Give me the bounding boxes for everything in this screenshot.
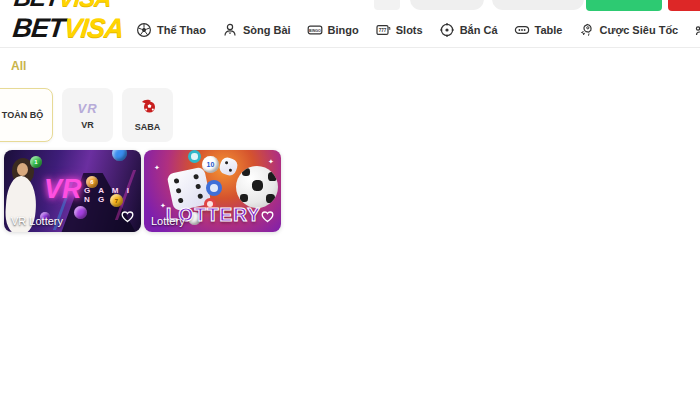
game-title: Lottery (151, 215, 185, 227)
lottery-ball-10: 10 (202, 156, 219, 173)
filter-card-saba[interactable]: SABA (122, 88, 173, 142)
brand-logo-visa: VISA (62, 13, 124, 43)
rocket-icon (578, 22, 594, 38)
help-button[interactable] (374, 0, 400, 10)
slot-machine-icon: 777 (375, 22, 391, 38)
dealer-icon (222, 22, 238, 38)
nav-item-table[interactable]: Table (506, 12, 571, 47)
brand-logo-top[interactable]: BETVISA (13, 0, 113, 12)
saba-ball-icon (139, 98, 157, 118)
bingo-badge-icon: BINGO (307, 22, 323, 38)
topbar-pill-left[interactable] (410, 0, 484, 10)
gaming-neon-text: G A M I N G (84, 186, 141, 204)
brand-logo-bet: BET (11, 13, 65, 43)
vr-provider-logo: VR (77, 101, 97, 116)
nav-item-bingo[interactable]: BINGO Bingo (299, 12, 367, 47)
poker-chip-teal (188, 150, 201, 163)
filter-card-toan-bo[interactable]: TOÀN BỘ (0, 88, 53, 142)
brand-logo-bet: BET (13, 0, 61, 11)
nav-item-slots[interactable]: 777 Slots (367, 12, 431, 47)
nav-label: Bingo (328, 24, 359, 36)
section-tab-all[interactable]: All (11, 59, 26, 73)
arcade-icon (694, 22, 700, 38)
brand-logo-visa: VISA (58, 0, 113, 11)
nav-label: Thể Thao (157, 24, 206, 36)
hostess-face-art (17, 163, 28, 176)
svg-text:777: 777 (378, 27, 386, 32)
brand-logo[interactable]: BETVISA (11, 13, 124, 44)
nav-label: Sòng Bài (243, 24, 291, 36)
nav-label: Slots (396, 24, 423, 36)
svg-text:BINGO: BINGO (309, 28, 321, 32)
dice-art-small (218, 156, 239, 177)
table-games-icon (514, 22, 530, 38)
page: BETVISA Thể Thao Sòng Bài BINGO Bingo (0, 0, 700, 420)
filter-label: VR (81, 120, 94, 130)
game-title: VR Lottery (11, 215, 63, 227)
favorite-heart-icon[interactable] (260, 209, 275, 227)
lottery-ball-purple (74, 206, 87, 219)
nav-item-cuoc-sieu-toc[interactable]: Cược Siêu Tốc (570, 12, 686, 47)
soccer-ball-icon (136, 22, 152, 38)
green-action-button[interactable] (586, 0, 662, 11)
target-icon (439, 22, 455, 38)
game-card-vr-lottery[interactable]: 1 6 7 VR G A M I N G VR Lottery (4, 150, 141, 232)
lottery-ball-green: 1 (30, 156, 42, 168)
filter-label: TOÀN BỘ (2, 110, 43, 120)
soccer-ball-art (236, 166, 278, 208)
topbar-pill-right[interactable] (492, 0, 584, 10)
sparkle-art: ✦ (154, 164, 160, 172)
nav-label: Table (535, 24, 563, 36)
game-card-lottery[interactable]: ✦ ✦ ✦ 10 LOTTERY Lottery (144, 150, 281, 232)
sparkle-art: ✦ (160, 202, 166, 210)
nav-item-ban-ca[interactable]: Bắn Cá (431, 12, 506, 47)
filter-card-vr[interactable]: VR VR (62, 88, 113, 142)
sparkle-art: ✦ (268, 158, 274, 166)
red-action-button[interactable] (668, 0, 700, 11)
filter-label: SABA (135, 122, 161, 132)
poker-chip-blue (206, 180, 222, 196)
lottery-ball-blue (112, 150, 127, 161)
vr-neon-text: VR (44, 174, 82, 205)
nav-label: Cược Siêu Tốc (599, 24, 678, 36)
nav-item-tro-choi[interactable]: Trò Chơi (686, 12, 700, 47)
nav-item-song-bai[interactable]: Sòng Bài (214, 12, 299, 47)
nav-item-the-thao[interactable]: Thể Thao (128, 12, 214, 47)
nav-label: Bắn Cá (460, 24, 498, 36)
favorite-heart-icon[interactable] (120, 209, 135, 227)
